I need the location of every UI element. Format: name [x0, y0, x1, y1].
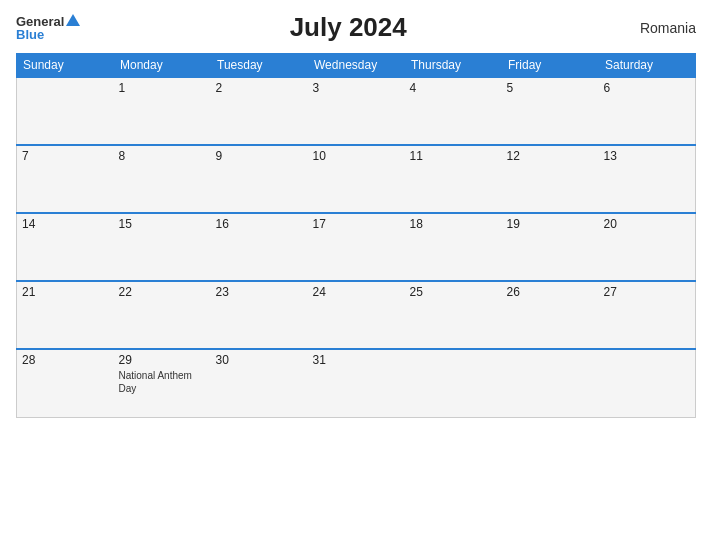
calendar-week-row: 78910111213	[17, 145, 696, 213]
day-number: 3	[313, 81, 400, 95]
table-row: 15	[114, 213, 211, 281]
table-row: 19	[502, 213, 599, 281]
day-number: 8	[119, 149, 206, 163]
logo-triangle-icon	[66, 14, 80, 26]
day-number: 17	[313, 217, 400, 231]
day-number: 10	[313, 149, 400, 163]
calendar-week-row: 2829National Anthem Day3031	[17, 349, 696, 417]
day-number: 31	[313, 353, 400, 367]
day-number: 11	[410, 149, 497, 163]
table-row: 1	[114, 77, 211, 145]
header-friday: Friday	[502, 54, 599, 78]
header: General Blue July 2024 Romania	[16, 12, 696, 43]
table-row: 29National Anthem Day	[114, 349, 211, 417]
day-number: 23	[216, 285, 303, 299]
header-saturday: Saturday	[599, 54, 696, 78]
day-number: 22	[119, 285, 206, 299]
weekday-header-row: Sunday Monday Tuesday Wednesday Thursday…	[17, 54, 696, 78]
logo: General Blue	[16, 14, 80, 41]
day-number: 9	[216, 149, 303, 163]
calendar-week-row: 21222324252627	[17, 281, 696, 349]
day-number: 14	[22, 217, 109, 231]
table-row: 10	[308, 145, 405, 213]
table-row: 30	[211, 349, 308, 417]
table-row: 14	[17, 213, 114, 281]
table-row	[599, 349, 696, 417]
table-row: 7	[17, 145, 114, 213]
table-row: 27	[599, 281, 696, 349]
day-number: 6	[604, 81, 691, 95]
table-row	[17, 77, 114, 145]
table-row: 11	[405, 145, 502, 213]
logo-general: General	[16, 15, 64, 28]
table-row: 26	[502, 281, 599, 349]
day-number: 13	[604, 149, 691, 163]
table-row: 31	[308, 349, 405, 417]
day-number: 15	[119, 217, 206, 231]
day-number: 18	[410, 217, 497, 231]
table-row: 16	[211, 213, 308, 281]
table-row: 24	[308, 281, 405, 349]
day-number: 25	[410, 285, 497, 299]
table-row: 8	[114, 145, 211, 213]
table-row: 13	[599, 145, 696, 213]
day-number: 19	[507, 217, 594, 231]
table-row: 4	[405, 77, 502, 145]
day-number: 7	[22, 149, 109, 163]
table-row: 28	[17, 349, 114, 417]
table-row: 18	[405, 213, 502, 281]
day-number: 24	[313, 285, 400, 299]
day-number: 4	[410, 81, 497, 95]
day-number: 16	[216, 217, 303, 231]
table-row: 9	[211, 145, 308, 213]
day-number: 20	[604, 217, 691, 231]
calendar-title: July 2024	[80, 12, 616, 43]
table-row: 6	[599, 77, 696, 145]
calendar-table: Sunday Monday Tuesday Wednesday Thursday…	[16, 53, 696, 418]
table-row: 21	[17, 281, 114, 349]
table-row: 23	[211, 281, 308, 349]
day-number: 12	[507, 149, 594, 163]
table-row: 3	[308, 77, 405, 145]
calendar-week-row: 14151617181920	[17, 213, 696, 281]
table-row: 2	[211, 77, 308, 145]
header-thursday: Thursday	[405, 54, 502, 78]
day-number: 30	[216, 353, 303, 367]
table-row: 20	[599, 213, 696, 281]
day-number: 27	[604, 285, 691, 299]
header-tuesday: Tuesday	[211, 54, 308, 78]
day-number: 5	[507, 81, 594, 95]
table-row: 5	[502, 77, 599, 145]
day-number: 29	[119, 353, 206, 367]
header-wednesday: Wednesday	[308, 54, 405, 78]
day-number: 26	[507, 285, 594, 299]
table-row: 17	[308, 213, 405, 281]
country-label: Romania	[616, 20, 696, 36]
table-row: 22	[114, 281, 211, 349]
table-row: 12	[502, 145, 599, 213]
header-sunday: Sunday	[17, 54, 114, 78]
day-number: 21	[22, 285, 109, 299]
day-number: 1	[119, 81, 206, 95]
table-row	[405, 349, 502, 417]
header-monday: Monday	[114, 54, 211, 78]
day-number: 28	[22, 353, 109, 367]
day-number: 2	[216, 81, 303, 95]
logo-blue: Blue	[16, 28, 44, 41]
calendar-week-row: 123456	[17, 77, 696, 145]
table-row	[502, 349, 599, 417]
table-row: 25	[405, 281, 502, 349]
calendar-page: General Blue July 2024 Romania Sunday Mo…	[0, 0, 712, 550]
event-label: National Anthem Day	[119, 369, 206, 395]
